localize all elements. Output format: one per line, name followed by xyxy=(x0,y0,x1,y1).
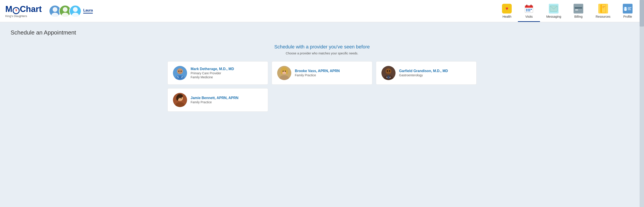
provider-name-brooke: Brooke Vass, APRN, APRN xyxy=(295,69,340,73)
profile-label: Profile xyxy=(623,15,632,18)
avatar-stack xyxy=(49,5,82,17)
scrollbar[interactable] xyxy=(640,0,644,207)
page-title: Schedule an Appointment xyxy=(10,29,634,36)
resources-label: Resources xyxy=(596,15,610,18)
provider-photo-jamie xyxy=(173,93,187,107)
svg-rect-24 xyxy=(602,6,605,7)
svg-rect-16 xyxy=(528,11,529,11)
svg-rect-12 xyxy=(528,9,529,10)
svg-point-0 xyxy=(52,7,57,12)
svg-point-59 xyxy=(181,98,182,99)
svg-point-46 xyxy=(285,71,286,72)
logo-area: M Chart King's Daughters xyxy=(5,5,42,18)
provider-info-mark: Mark Detherage, M.D., MD Primary Care Pr… xyxy=(190,67,234,79)
envelope-svg xyxy=(550,6,558,12)
svg-rect-8 xyxy=(525,7,533,8)
nav-visits[interactable]: Visits xyxy=(518,0,540,22)
provider-card-jamie[interactable]: Jamie Bennett, APRN, APRN Family Practic… xyxy=(168,88,268,112)
svg-point-28 xyxy=(624,7,626,9)
svg-rect-17 xyxy=(529,11,530,11)
nav-billing[interactable]: Billing xyxy=(567,0,590,22)
provider-avatar-jamie xyxy=(173,93,187,107)
provider-info-brooke: Brooke Vass, APRN, APRN Family Practice xyxy=(295,69,340,77)
provider-name-jamie: Jamie Bennett, APRN, APRN xyxy=(190,96,238,100)
svg-point-1 xyxy=(52,13,58,17)
section-title: Schedule with a provider you've seen bef… xyxy=(10,44,634,50)
svg-rect-20 xyxy=(575,7,582,9)
patient-area[interactable]: Laura xyxy=(49,5,93,17)
stethoscope-icon xyxy=(14,9,18,12)
provider-photo-garfield xyxy=(382,66,396,80)
patient-name[interactable]: Laura xyxy=(83,9,93,14)
nav: ♥ Health xyxy=(496,0,639,22)
svg-point-57 xyxy=(176,96,178,101)
svg-point-50 xyxy=(387,70,388,72)
logo-subtitle: King's Daughters xyxy=(5,14,27,18)
logo-chart-text: Chart xyxy=(20,5,42,14)
nav-messaging[interactable]: Messaging xyxy=(540,0,567,22)
svg-rect-21 xyxy=(575,10,578,11)
provider-photo-brooke xyxy=(277,66,291,80)
svg-point-44 xyxy=(286,69,288,74)
svg-rect-15 xyxy=(526,11,527,11)
visits-nav-icon xyxy=(524,4,534,14)
provider-card-garfield[interactable]: Garfield Grandison, M.D., MD Gastroenter… xyxy=(376,61,476,85)
section-subtitle: Choose a provider who matches your speci… xyxy=(10,52,634,55)
billing-nav-icon xyxy=(574,4,583,14)
id-card-svg xyxy=(623,5,632,12)
provider-avatar-brooke xyxy=(277,66,291,80)
nav-resources[interactable]: Resources xyxy=(590,0,616,22)
avatar-3[interactable] xyxy=(69,5,82,17)
provider-avatar-garfield xyxy=(382,66,396,80)
svg-rect-13 xyxy=(529,9,530,10)
svg-rect-32 xyxy=(628,10,631,10)
svg-point-45 xyxy=(283,71,284,72)
svg-point-2 xyxy=(63,7,67,12)
provider-name-mark: Mark Detherage, M.D., MD xyxy=(190,67,234,71)
main-content: Schedule an Appointment Schedule with a … xyxy=(0,22,644,119)
provider-photo-mark xyxy=(173,66,187,80)
visits-label: Visits xyxy=(526,15,533,18)
messaging-nav-icon xyxy=(549,4,558,14)
provider-specialty1-garfield: Gastroenterology xyxy=(399,73,448,77)
header: M Chart King's Daughters xyxy=(0,0,644,22)
svg-point-38 xyxy=(181,71,182,72)
provider-avatar-mark xyxy=(173,66,187,80)
scrollbar-thumb[interactable] xyxy=(640,0,644,27)
svg-rect-23 xyxy=(600,5,602,13)
nav-profile[interactable]: Profile xyxy=(616,0,639,22)
health-label: Health xyxy=(502,15,511,18)
health-nav-icon: ♥ xyxy=(502,4,512,14)
svg-rect-30 xyxy=(628,7,632,8)
patient-name-area: Laura xyxy=(83,9,93,14)
profile-nav-icon xyxy=(623,4,632,14)
messaging-label: Messaging xyxy=(546,15,561,18)
svg-point-4 xyxy=(73,7,78,12)
svg-rect-36 xyxy=(179,76,181,79)
book-icon xyxy=(598,4,608,14)
calendar-icon xyxy=(524,4,534,14)
svg-rect-52 xyxy=(387,76,390,79)
svg-rect-14 xyxy=(531,9,532,10)
svg-rect-11 xyxy=(526,9,527,10)
svg-point-58 xyxy=(178,98,180,99)
provider-info-garfield: Garfield Grandison, M.D., MD Gastroenter… xyxy=(399,69,448,77)
svg-rect-25 xyxy=(602,7,604,8)
logo-stethoscope-o xyxy=(12,7,20,14)
heart-icon: ♥ xyxy=(506,6,508,12)
logo-brand[interactable]: M Chart xyxy=(5,5,42,14)
health-icon-bg: ♥ xyxy=(502,4,512,14)
nav-health[interactable]: ♥ Health xyxy=(496,0,518,22)
envelope-icon xyxy=(549,4,558,14)
card-svg xyxy=(574,6,582,12)
svg-point-37 xyxy=(178,71,180,72)
logo-my-text: M xyxy=(5,5,12,14)
svg-point-3 xyxy=(62,13,69,17)
svg-point-29 xyxy=(624,9,627,11)
provider-card-mark-detherage[interactable]: Mark Detherage, M.D., MD Primary Care Pr… xyxy=(168,61,268,85)
provider-info-jamie: Jamie Bennett, APRN, APRN Family Practic… xyxy=(190,96,238,104)
svg-rect-31 xyxy=(628,9,630,9)
provider-name-garfield: Garfield Grandison, M.D., MD xyxy=(399,69,448,73)
svg-point-5 xyxy=(72,13,79,17)
provider-card-brooke-vass[interactable]: Brooke Vass, APRN, APRN Family Practice xyxy=(272,61,372,85)
